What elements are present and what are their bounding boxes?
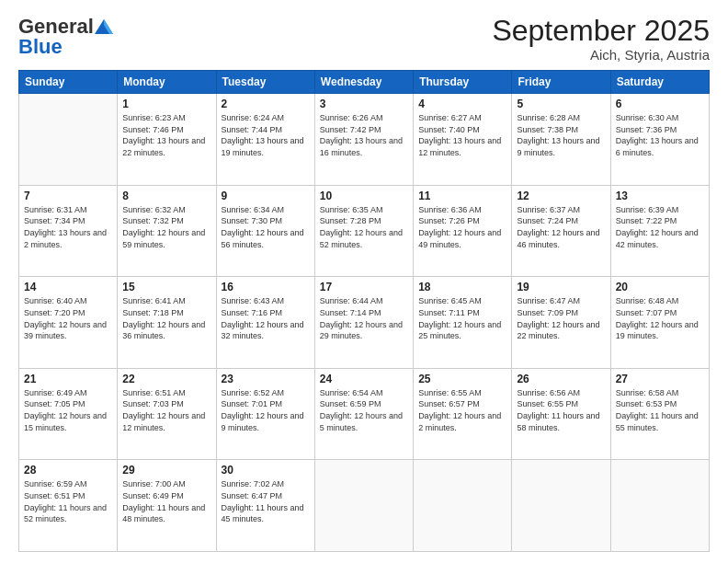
- day-number: 12: [517, 190, 605, 202]
- sunrise-text: Sunrise: 6:35 AM: [320, 204, 408, 216]
- sunrise-text: Sunrise: 6:56 AM: [517, 387, 605, 399]
- day-number: 22: [122, 373, 210, 385]
- day-info: Sunrise: 6:23 AMSunset: 7:46 PMDaylight:…: [122, 112, 210, 158]
- col-saturday: Saturday: [610, 71, 709, 94]
- sunrise-text: Sunrise: 6:24 AM: [222, 112, 310, 124]
- day-info: Sunrise: 6:32 AMSunset: 7:32 PMDaylight:…: [122, 204, 210, 250]
- day-number: 29: [122, 464, 210, 477]
- daylight-text: Daylight: 13 hours and 2 minutes.: [24, 227, 112, 250]
- day-number: 21: [24, 373, 112, 385]
- sunrise-text: Sunrise: 6:39 AM: [616, 204, 704, 216]
- sunset-text: Sunset: 6:55 PM: [517, 398, 605, 410]
- calendar-cell: 25Sunrise: 6:55 AMSunset: 6:57 PMDayligh…: [414, 368, 512, 460]
- sunset-text: Sunset: 7:40 PM: [418, 124, 506, 136]
- sunrise-text: Sunrise: 6:34 AM: [222, 204, 310, 216]
- calendar-week-2: 14Sunrise: 6:40 AMSunset: 7:20 PMDayligh…: [19, 277, 710, 369]
- sunset-text: Sunset: 6:53 PM: [616, 398, 704, 410]
- sunset-text: Sunset: 7:24 PM: [517, 215, 605, 227]
- calendar-cell: 28Sunrise: 6:59 AMSunset: 6:51 PMDayligh…: [19, 460, 118, 552]
- sunrise-text: Sunrise: 6:54 AM: [320, 387, 408, 399]
- calendar-cell: 9Sunrise: 6:34 AMSunset: 7:30 PMDaylight…: [216, 185, 314, 277]
- page: General Blue September 2025 Aich, Styria…: [0, 0, 728, 563]
- day-info: Sunrise: 6:40 AMSunset: 7:20 PMDaylight:…: [24, 295, 112, 341]
- daylight-text: Daylight: 12 hours and 5 minutes.: [320, 410, 408, 433]
- sunrise-text: Sunrise: 6:36 AM: [418, 204, 506, 216]
- day-info: Sunrise: 6:47 AMSunset: 7:09 PMDaylight:…: [517, 295, 605, 341]
- calendar-cell: 17Sunrise: 6:44 AMSunset: 7:14 PMDayligh…: [314, 277, 413, 369]
- daylight-text: Daylight: 12 hours and 32 minutes.: [222, 319, 310, 342]
- sunset-text: Sunset: 7:05 PM: [24, 398, 112, 410]
- daylight-text: Daylight: 12 hours and 12 minutes.: [122, 410, 210, 433]
- daylight-text: Daylight: 13 hours and 9 minutes.: [517, 135, 605, 158]
- calendar-week-0: 1Sunrise: 6:23 AMSunset: 7:46 PMDaylight…: [19, 94, 710, 186]
- sunrise-text: Sunrise: 6:59 AM: [24, 478, 112, 490]
- day-number: 6: [616, 98, 704, 110]
- sunrise-text: Sunrise: 6:26 AM: [320, 112, 408, 124]
- calendar-cell: 18Sunrise: 6:45 AMSunset: 7:11 PMDayligh…: [414, 277, 512, 369]
- day-number: 18: [418, 281, 506, 293]
- sunset-text: Sunset: 7:14 PM: [320, 307, 408, 319]
- sunrise-text: Sunrise: 6:45 AM: [418, 295, 506, 307]
- day-number: 16: [222, 281, 310, 293]
- day-info: Sunrise: 6:41 AMSunset: 7:18 PMDaylight:…: [122, 295, 210, 341]
- daylight-text: Daylight: 11 hours and 45 minutes.: [222, 502, 310, 525]
- calendar-cell: 26Sunrise: 6:56 AMSunset: 6:55 PMDayligh…: [512, 368, 610, 460]
- calendar-cell: 30Sunrise: 7:02 AMSunset: 6:47 PMDayligh…: [216, 460, 314, 552]
- day-number: 1: [122, 98, 210, 110]
- day-number: 27: [616, 373, 704, 385]
- sunset-text: Sunset: 7:26 PM: [418, 215, 506, 227]
- calendar-cell: [19, 94, 118, 186]
- header: General Blue September 2025 Aich, Styria…: [18, 15, 710, 63]
- sunrise-text: Sunrise: 6:43 AM: [222, 295, 310, 307]
- calendar-cell: [314, 460, 413, 552]
- sunset-text: Sunset: 7:32 PM: [122, 215, 210, 227]
- day-number: 13: [616, 190, 704, 202]
- daylight-text: Daylight: 12 hours and 42 minutes.: [616, 227, 704, 250]
- daylight-text: Daylight: 11 hours and 48 minutes.: [122, 502, 210, 525]
- daylight-text: Daylight: 12 hours and 49 minutes.: [418, 227, 506, 250]
- day-info: Sunrise: 6:51 AMSunset: 7:03 PMDaylight:…: [122, 387, 210, 433]
- daylight-text: Daylight: 12 hours and 15 minutes.: [24, 410, 112, 433]
- day-info: Sunrise: 6:44 AMSunset: 7:14 PMDaylight:…: [320, 295, 408, 341]
- calendar-cell: 2Sunrise: 6:24 AMSunset: 7:44 PMDaylight…: [216, 94, 314, 186]
- calendar-cell: 7Sunrise: 6:31 AMSunset: 7:34 PMDaylight…: [19, 185, 118, 277]
- day-info: Sunrise: 6:43 AMSunset: 7:16 PMDaylight:…: [222, 295, 310, 341]
- calendar-cell: 23Sunrise: 6:52 AMSunset: 7:01 PMDayligh…: [216, 368, 314, 460]
- day-number: 5: [517, 98, 605, 110]
- calendar-cell: 12Sunrise: 6:37 AMSunset: 7:24 PMDayligh…: [512, 185, 610, 277]
- daylight-text: Daylight: 12 hours and 46 minutes.: [517, 227, 605, 250]
- calendar-cell: [610, 460, 709, 552]
- calendar-cell: 27Sunrise: 6:58 AMSunset: 6:53 PMDayligh…: [610, 368, 709, 460]
- calendar-table: Sunday Monday Tuesday Wednesday Thursday…: [18, 70, 710, 552]
- page-subtitle: Aich, Styria, Austria: [492, 47, 710, 63]
- sunset-text: Sunset: 6:51 PM: [24, 490, 112, 502]
- daylight-text: Daylight: 12 hours and 52 minutes.: [320, 227, 408, 250]
- sunrise-text: Sunrise: 7:00 AM: [122, 478, 210, 490]
- calendar-week-1: 7Sunrise: 6:31 AMSunset: 7:34 PMDaylight…: [19, 185, 710, 277]
- sunset-text: Sunset: 7:22 PM: [616, 215, 704, 227]
- sunrise-text: Sunrise: 6:32 AM: [122, 204, 210, 216]
- sunset-text: Sunset: 7:36 PM: [616, 124, 704, 136]
- day-number: 26: [517, 373, 605, 385]
- calendar-week-4: 28Sunrise: 6:59 AMSunset: 6:51 PMDayligh…: [19, 460, 710, 552]
- sunset-text: Sunset: 7:38 PM: [517, 124, 605, 136]
- calendar-cell: [414, 460, 512, 552]
- sunrise-text: Sunrise: 6:31 AM: [24, 204, 112, 216]
- day-number: 28: [24, 464, 112, 477]
- day-info: Sunrise: 6:59 AMSunset: 6:51 PMDaylight:…: [24, 478, 112, 524]
- day-info: Sunrise: 6:39 AMSunset: 7:22 PMDaylight:…: [616, 204, 704, 250]
- daylight-text: Daylight: 12 hours and 39 minutes.: [24, 319, 112, 342]
- daylight-text: Daylight: 12 hours and 29 minutes.: [320, 319, 408, 342]
- daylight-text: Daylight: 13 hours and 16 minutes.: [320, 135, 408, 158]
- sunrise-text: Sunrise: 6:52 AM: [222, 387, 310, 399]
- calendar-cell: 1Sunrise: 6:23 AMSunset: 7:46 PMDaylight…: [118, 94, 216, 186]
- sunset-text: Sunset: 6:47 PM: [222, 490, 310, 502]
- day-info: Sunrise: 6:54 AMSunset: 6:59 PMDaylight:…: [320, 387, 408, 433]
- calendar-cell: 15Sunrise: 6:41 AMSunset: 7:18 PMDayligh…: [118, 277, 216, 369]
- day-number: 8: [122, 190, 210, 202]
- day-info: Sunrise: 6:34 AMSunset: 7:30 PMDaylight:…: [222, 204, 310, 250]
- title-block: September 2025 Aich, Styria, Austria: [492, 15, 710, 63]
- sunrise-text: Sunrise: 6:47 AM: [517, 295, 605, 307]
- daylight-text: Daylight: 12 hours and 56 minutes.: [222, 227, 310, 250]
- sunset-text: Sunset: 7:30 PM: [222, 215, 310, 227]
